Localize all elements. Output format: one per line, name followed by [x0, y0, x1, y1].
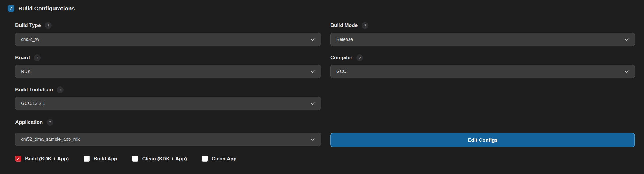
- build-app-checkbox[interactable]: [84, 156, 90, 162]
- clean-app-checkbox[interactable]: [202, 156, 208, 162]
- build-mode-value: Release: [336, 37, 353, 42]
- edit-configs-button[interactable]: Edit Configs: [330, 133, 635, 147]
- board-select[interactable]: RDK: [15, 65, 321, 78]
- chevron-down-icon: [625, 37, 629, 41]
- clean-sdk-app-checkbox[interactable]: [132, 156, 138, 162]
- build-options-row: ✓ Build (SDK + App) Build App Clean (SDK…: [15, 156, 236, 162]
- application-value: cm52_dma_sample_app_rdk: [21, 137, 80, 142]
- clean-app-label: Clean App: [212, 156, 236, 162]
- application-label-row: Application ?: [15, 119, 53, 126]
- chevron-down-icon: [625, 69, 629, 73]
- build-toolchain-label: Build Toolchain: [15, 87, 53, 93]
- compiler-label: Compiler: [330, 55, 352, 61]
- board-label: Board: [15, 55, 30, 61]
- chevron-down-icon: [311, 101, 315, 105]
- clean-sdk-app-option[interactable]: Clean (SDK + App): [132, 156, 187, 162]
- build-type-label-row: Build Type ?: [15, 22, 52, 29]
- build-sdk-app-label: Build (SDK + App): [25, 156, 69, 162]
- build-sdk-app-checkbox[interactable]: ✓: [15, 156, 21, 162]
- build-toolchain-label-row: Build Toolchain ?: [15, 86, 64, 93]
- compiler-select[interactable]: GCC: [330, 65, 635, 78]
- application-select[interactable]: cm52_dma_sample_app_rdk: [15, 133, 321, 146]
- help-icon[interactable]: ?: [45, 22, 52, 29]
- section-header: ✓ Build Configurations: [8, 5, 75, 12]
- build-configurations-panel: ✓ Build Configurations Build Type ? Buil…: [0, 0, 644, 174]
- checkmark-icon: ✓: [17, 157, 20, 161]
- clean-app-option[interactable]: Clean App: [202, 156, 236, 162]
- help-icon[interactable]: ?: [57, 86, 64, 93]
- build-mode-label: Build Mode: [330, 22, 358, 28]
- edit-configs-button-label: Edit Configs: [468, 137, 498, 143]
- build-type-label: Build Type: [15, 22, 41, 28]
- help-icon[interactable]: ?: [356, 54, 363, 61]
- build-app-label: Build App: [93, 156, 117, 162]
- build-configurations-checkbox[interactable]: ✓: [8, 5, 14, 12]
- build-toolchain-select[interactable]: GCC.13.2.1: [15, 97, 321, 110]
- help-icon[interactable]: ?: [47, 119, 53, 126]
- build-mode-label-row: Build Mode ?: [330, 22, 368, 29]
- build-type-value: cm52_fw: [21, 37, 39, 42]
- compiler-label-row: Compiler ?: [330, 54, 363, 61]
- chevron-down-icon: [311, 137, 315, 141]
- build-type-select[interactable]: cm52_fw: [15, 33, 321, 46]
- build-sdk-app-option[interactable]: ✓ Build (SDK + App): [15, 156, 69, 162]
- chevron-down-icon: [311, 69, 315, 73]
- help-icon[interactable]: ?: [34, 54, 41, 61]
- board-value: RDK: [21, 69, 31, 74]
- section-title: Build Configurations: [18, 5, 75, 12]
- compiler-value: GCC: [336, 69, 346, 74]
- clean-sdk-app-label: Clean (SDK + App): [142, 156, 187, 162]
- board-label-row: Board ?: [15, 54, 41, 61]
- application-label: Application: [15, 119, 43, 125]
- build-toolchain-value: GCC.13.2.1: [21, 101, 45, 106]
- help-icon[interactable]: ?: [362, 22, 368, 29]
- build-app-option[interactable]: Build App: [84, 156, 117, 162]
- build-mode-select[interactable]: Release: [330, 33, 635, 46]
- checkmark-icon: ✓: [9, 6, 13, 11]
- chevron-down-icon: [311, 37, 315, 41]
